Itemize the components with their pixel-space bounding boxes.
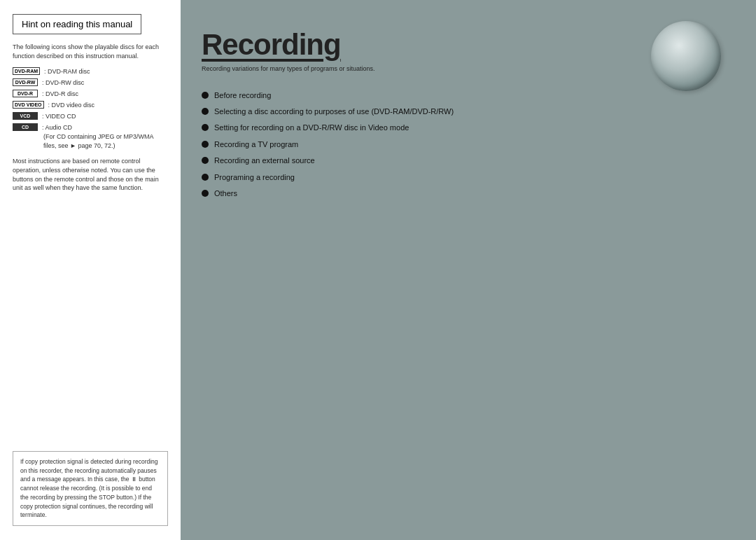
disc-item-vcd: VCD : VIDEO CD [13,112,168,120]
cd-label: : Audio CD [42,124,72,131]
copy-protection-box: If copy protection signal is detected du… [13,451,168,526]
toc-item: Recording a TV program [202,139,735,150]
dvd-rw-label: : DVD-RW disc [42,79,84,86]
toc-item-text: Recording an external source [214,155,315,166]
dvd-r-badge: DVD-R [13,90,38,97]
copy-protection-text: If copy protection signal is detected du… [20,457,160,520]
bullet-icon [202,190,209,197]
toc-item-text: Setting for recording on a DVD-R/RW disc… [214,123,409,133]
dvd-r-label: : DVD-R disc [42,90,78,97]
toc-list: Before recordingSelecting a disc accordi… [202,90,735,205]
vcd-label: : VIDEO CD [42,113,76,120]
left-top-content: Hint on reading this manual The followin… [13,14,168,193]
bullet-icon [202,157,209,164]
intro-text: The following icons show the playable di… [13,43,168,60]
left-panel: Hint on reading this manual The followin… [0,0,181,540]
dvd-rw-badge: DVD-RW [13,78,38,86]
toc-item: Before recording [202,90,735,101]
bullet-icon [202,92,209,99]
disc-item-dvdr: DVD-R : DVD-R disc [13,90,168,97]
disc-item-dvdrw: DVD-RW : DVD-RW disc [13,78,168,86]
cd-note: (For CD containing JPEG or MP3/WMA files… [43,132,168,150]
dvd-ram-badge: DVD-RAM [13,67,40,75]
bullet-icon [202,108,209,115]
bullet-icon [202,141,209,148]
remote-note: Most instructions are based on remote co… [13,157,168,192]
sphere-decoration [651,21,721,91]
toc-item-text: Selecting a disc according to purposes o… [214,106,454,117]
disc-item-cd: CD : Audio CD [13,123,168,131]
dvd-ram-label: : DVD-RAM disc [44,68,90,75]
toc-item: Setting for recording on a DVD-R/RW disc… [202,123,735,133]
disc-list: DVD-RAM : DVD-RAM disc DVD-RW : DVD-RW d… [13,67,168,150]
dvd-video-badge: DVD VIDEO [13,101,44,109]
toc-item-text: Programing a recording [214,172,295,183]
vcd-badge: VCD [13,112,38,120]
toc-item-text: Recording a TV program [214,139,298,150]
toc-item: Selecting a disc according to purposes o… [202,106,735,117]
toc-item-text: Before recording [214,90,271,101]
disc-item-dvdvideo: DVD VIDEO : DVD video disc [13,101,168,109]
hint-box: Hint on reading this manual [13,14,141,34]
bullet-icon [202,174,209,181]
toc-item: Recording an external source [202,155,735,166]
hint-title: Hint on reading this manual [22,19,132,29]
right-panel: Recording Recording variations for many … [181,0,756,540]
disc-item-dvdram: DVD-RAM : DVD-RAM disc [13,67,168,75]
toc-item: Others [202,188,735,199]
dvd-video-label: : DVD video disc [48,102,95,109]
bullet-icon [202,124,209,131]
toc-item-text: Others [214,188,237,199]
cd-badge: CD [13,123,38,131]
toc-item: Programing a recording [202,172,735,183]
